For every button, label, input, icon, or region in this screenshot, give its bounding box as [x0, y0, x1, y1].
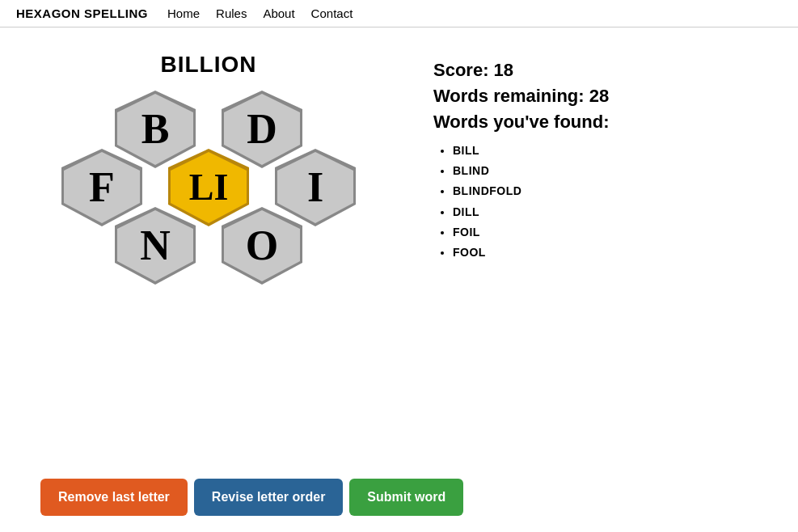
nav-rules[interactable]: Rules: [216, 6, 247, 20]
hex-letter-LI: LI: [189, 169, 229, 206]
score-area: Score: 18 Words remaining: 28 Words you'…: [433, 52, 610, 263]
hex-O[interactable]: O: [213, 204, 310, 288]
hex-grid: B D: [49, 94, 369, 281]
list-item: FOIL: [453, 222, 610, 243]
list-item: BILL: [453, 141, 610, 161]
hex-N[interactable]: N: [107, 204, 204, 288]
words-remaining: Words remaining: 28: [433, 86, 610, 107]
words-found-list: BILL BLIND BLINDFOLD DILL FOIL FOOL: [433, 141, 610, 263]
list-item: BLIND: [453, 161, 610, 181]
hex-letter-N: N: [140, 225, 171, 267]
nav-home[interactable]: Home: [167, 6, 200, 20]
list-item: BLINDFOLD: [453, 181, 610, 201]
nav-contact[interactable]: Contact: [311, 6, 353, 20]
hex-letter-D: D: [247, 108, 277, 150]
words-found-label: Words you've found:: [433, 112, 610, 133]
hex-letter-I: I: [307, 167, 323, 209]
hex-letter-F: F: [89, 167, 115, 209]
hex-row-2: F LI: [49, 152, 369, 223]
list-item: DILL: [453, 202, 610, 222]
game-area: BILLION B: [49, 52, 369, 314]
nav-about[interactable]: About: [263, 6, 294, 20]
main-content: BILLION B: [0, 27, 798, 338]
hex-letter-O: O: [246, 225, 278, 267]
list-item: FOOL: [453, 243, 610, 263]
puzzle-title: BILLION: [161, 52, 257, 78]
score-display: Score: 18: [433, 60, 610, 81]
navbar: HEXAGON SPELLING Home Rules About Contac…: [0, 0, 798, 27]
site-logo: HEXAGON SPELLING: [16, 6, 148, 20]
hex-letter-B: B: [141, 108, 170, 150]
nav-links: Home Rules About Contact: [167, 6, 353, 20]
